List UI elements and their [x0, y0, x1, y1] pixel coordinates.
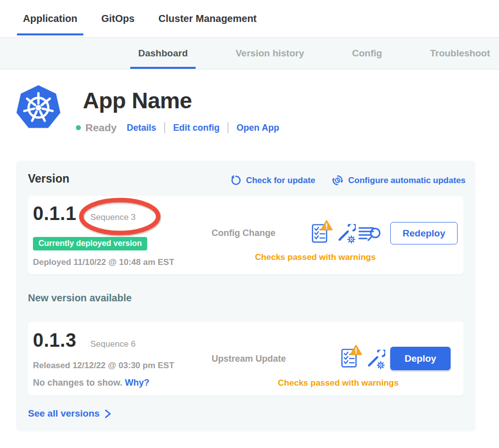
tab-gitops[interactable]: GitOps	[95, 0, 141, 37]
new-version-number: 0.1.3	[33, 330, 76, 351]
currently-deployed-badge: Currently deployed version	[33, 237, 147, 250]
see-all-versions-link[interactable]: See all versions	[28, 408, 111, 419]
sub-nav: Dashboard Version history Config Trouble…	[0, 38, 499, 69]
details-link[interactable]: Details	[127, 123, 156, 133]
released-timestamp: Released 12/12/22 @ 03:30 pm EST	[33, 361, 174, 371]
wrench-gear-icon[interactable]	[365, 350, 385, 372]
refresh-icon	[230, 175, 242, 186]
configure-automatic-updates-link[interactable]: Configure automatic updates	[331, 174, 466, 187]
preflight-checklist-icon[interactable]	[341, 345, 363, 370]
open-app-link[interactable]: Open App	[237, 123, 279, 133]
app-status-row: Ready Details Edit config Open App	[76, 121, 279, 135]
current-version-number: 0.1.1	[33, 203, 76, 224]
checks-status-text: Checks passed with warnings	[268, 378, 408, 388]
tab-cluster-management[interactable]: Cluster Management	[153, 0, 263, 37]
status-label: Ready	[85, 122, 117, 134]
kubernetes-logo	[15, 84, 62, 131]
deployed-timestamp: Deployed 11/10/22 @ 10:48 am EST	[33, 257, 174, 267]
current-version-card: 0.1.1 Sequence 3 Currently deployed vers…	[28, 196, 464, 274]
current-version-line: 0.1.1 Sequence 3	[33, 203, 136, 224]
divider	[228, 122, 229, 133]
see-all-versions-label: See all versions	[28, 408, 100, 419]
tab-version-history[interactable]: Version history	[228, 38, 312, 69]
new-version-sequence: Sequence 6	[90, 339, 136, 349]
preflight-checklist-icon[interactable]	[311, 220, 333, 245]
tab-troubleshoot[interactable]: Troubleshoot	[422, 38, 498, 69]
no-changes-label: No changes to show.	[33, 378, 122, 388]
status-dot-icon	[76, 125, 81, 130]
no-changes-text: No changes to show.Why?	[33, 378, 149, 388]
check-for-update-label: Check for update	[246, 176, 315, 186]
version-source-label: Config Change	[212, 228, 275, 238]
chevron-right-icon	[105, 409, 111, 419]
configure-automatic-updates-label: Configure automatic updates	[348, 176, 466, 186]
new-version-heading: New version available	[28, 292, 132, 304]
new-version-card: 0.1.3 Sequence 6 Released 12/12/22 @ 03:…	[28, 322, 464, 396]
current-version-sequence: Sequence 3	[90, 213, 136, 223]
checks-status-text: Checks passed with warnings	[246, 252, 385, 262]
divider	[164, 122, 165, 133]
page-title: App Name	[83, 88, 192, 114]
tab-config[interactable]: Config	[344, 38, 390, 69]
deploy-button[interactable]: Deploy	[390, 347, 451, 370]
version-panel-actions: Check for update Configure automatic upd…	[230, 174, 466, 187]
check-for-update-link[interactable]: Check for update	[230, 174, 315, 187]
tab-application[interactable]: Application	[17, 0, 83, 37]
redeploy-button[interactable]: Redeploy	[390, 222, 458, 244]
dashboard-page: Application GitOps Cluster Management Da…	[0, 0, 499, 448]
tab-dashboard[interactable]: Dashboard	[130, 38, 196, 69]
version-source-label: Upstream Update	[212, 354, 286, 364]
wrench-gear-icon[interactable]	[336, 224, 356, 246]
search-lines-icon[interactable]	[358, 226, 381, 246]
new-version-line: 0.1.3 Sequence 6	[33, 330, 136, 351]
edit-config-link[interactable]: Edit config	[173, 123, 220, 133]
version-panel-title: Version	[28, 172, 69, 186]
version-panel: Version Check for update	[16, 161, 476, 432]
top-nav: Application GitOps Cluster Management	[0, 0, 499, 38]
auto-update-clock-icon	[331, 174, 344, 187]
why-link[interactable]: Why?	[125, 378, 149, 388]
